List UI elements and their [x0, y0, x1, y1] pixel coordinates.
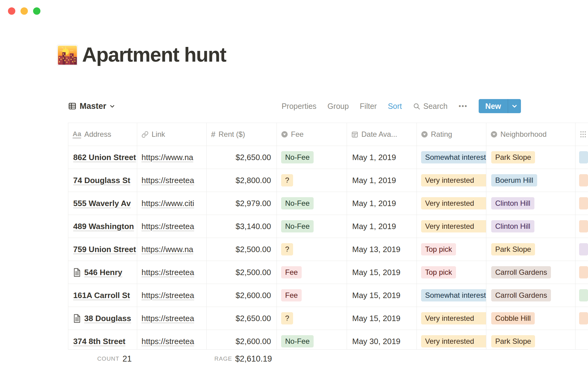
- link-cell[interactable]: https://streetea: [137, 215, 207, 238]
- partial-column-cell[interactable]: [575, 192, 588, 215]
- neighborhood-cell[interactable]: Park Slope: [486, 238, 575, 261]
- search-button[interactable]: Search: [413, 102, 447, 111]
- toolbar-item-group[interactable]: Group: [327, 102, 349, 111]
- close-window-button[interactable]: [8, 7, 15, 15]
- address-cell[interactable]: 374 8th Street: [68, 330, 137, 350]
- fee-cell[interactable]: No-Fee: [277, 146, 347, 169]
- count-calculation[interactable]: COUNT 21: [68, 350, 132, 368]
- more-options-button[interactable]: •••: [458, 102, 467, 110]
- address-cell[interactable]: 38 Douglass: [68, 307, 137, 330]
- neighborhood-cell[interactable]: Boerum Hill: [486, 169, 575, 192]
- column-header-address[interactable]: AaAddress: [68, 123, 137, 146]
- rating-cell[interactable]: Very interested: [417, 330, 486, 350]
- date-available-cell[interactable]: May 1, 2019: [347, 146, 417, 169]
- rent-cell[interactable]: $2,979.00: [207, 192, 277, 215]
- partial-column-cell[interactable]: [575, 261, 588, 284]
- view-switcher[interactable]: Master: [68, 102, 115, 111]
- new-record-button[interactable]: New: [479, 99, 521, 113]
- toolbar-item-filter[interactable]: Filter: [360, 102, 377, 111]
- link-cell[interactable]: https://www.na: [137, 146, 207, 169]
- fee-cell[interactable]: No-Fee: [277, 330, 347, 350]
- partial-column-cell[interactable]: [575, 330, 588, 350]
- link-cell[interactable]: https://streetea: [137, 307, 207, 330]
- rent-cell[interactable]: $2,600.00: [207, 330, 277, 350]
- neighborhood-cell[interactable]: Clinton Hill: [486, 215, 575, 238]
- rating-cell[interactable]: Very interested: [417, 169, 486, 192]
- rent-cell[interactable]: $2,500.00: [207, 238, 277, 261]
- date-available-cell[interactable]: May 1, 2019: [347, 169, 417, 192]
- neighborhood-cell[interactable]: Carroll Gardens: [486, 284, 575, 307]
- partial-column-cell[interactable]: [575, 284, 588, 307]
- column-header-fee[interactable]: Fee: [277, 123, 347, 146]
- column-header-date-ava[interactable]: Date Ava...: [347, 123, 417, 146]
- partial-column-cell[interactable]: [575, 238, 588, 261]
- date-available-cell[interactable]: May 15, 2019: [347, 284, 417, 307]
- column-header-rating[interactable]: Rating: [417, 123, 486, 146]
- rent-cell[interactable]: $2,600.00: [207, 284, 277, 307]
- neighborhood-cell[interactable]: Clinton Hill: [486, 192, 575, 215]
- zoom-window-button[interactable]: [33, 7, 40, 15]
- fee-cell[interactable]: ?: [277, 238, 347, 261]
- url-text: https://streetea: [141, 176, 194, 185]
- average-calculation[interactable]: RAGE $2,610.19: [207, 350, 272, 368]
- partial-column-cell[interactable]: [575, 146, 588, 169]
- rating-cell[interactable]: Very interested: [417, 307, 486, 330]
- fee-cell[interactable]: Fee: [277, 261, 347, 284]
- url-text: https://www.na: [141, 153, 193, 162]
- rating-cell[interactable]: Very interested: [417, 192, 486, 215]
- date-available-cell[interactable]: May 15, 2019: [347, 307, 417, 330]
- rating-cell[interactable]: Top pick: [417, 261, 486, 284]
- rent-cell[interactable]: $2,500.00: [207, 261, 277, 284]
- page-title[interactable]: Apartment hunt: [82, 43, 226, 66]
- address-cell[interactable]: 489 Washington: [68, 215, 137, 238]
- address-cell[interactable]: 862 Union Street: [68, 146, 137, 169]
- link-cell[interactable]: https://streetea: [137, 169, 207, 192]
- neighborhood-cell[interactable]: Cobble Hill: [486, 307, 575, 330]
- address-text: 489 Washington: [73, 222, 134, 231]
- date-available-cell[interactable]: May 30, 2019: [347, 330, 417, 350]
- date-available-cell[interactable]: May 1, 2019: [347, 192, 417, 215]
- rent-cell[interactable]: $2,800.00: [207, 169, 277, 192]
- fee-cell[interactable]: No-Fee: [277, 215, 347, 238]
- minimize-window-button[interactable]: [21, 7, 28, 15]
- page-emoji-icon[interactable]: [57, 45, 78, 66]
- address-cell[interactable]: 161A Carroll St: [68, 284, 137, 307]
- address-cell[interactable]: 759 Union Street: [68, 238, 137, 261]
- rating-cell[interactable]: Somewhat interested: [417, 284, 486, 307]
- link-cell[interactable]: https://www.na: [137, 238, 207, 261]
- toolbar-item-properties[interactable]: Properties: [281, 102, 316, 111]
- new-button-dropdown[interactable]: [508, 99, 521, 113]
- partial-column-cell[interactable]: [575, 215, 588, 238]
- column-header-neighborhood[interactable]: Neighborhood: [486, 123, 575, 146]
- rent-cell[interactable]: $2,650.00: [207, 307, 277, 330]
- rent-cell[interactable]: $3,140.00: [207, 215, 277, 238]
- neighborhood-cell[interactable]: Carroll Gardens: [486, 261, 575, 284]
- link-cell[interactable]: https://streetea: [137, 330, 207, 350]
- fee-cell[interactable]: No-Fee: [277, 192, 347, 215]
- date-available-cell[interactable]: May 1, 2019: [347, 215, 417, 238]
- fee-cell[interactable]: ?: [277, 307, 347, 330]
- address-text: 74 Douglass St: [73, 176, 130, 185]
- link-cell[interactable]: https://www.citi: [137, 192, 207, 215]
- rating-cell[interactable]: Top pick: [417, 238, 486, 261]
- partial-column-cell[interactable]: [575, 169, 588, 192]
- column-header-partial[interactable]: [575, 123, 588, 146]
- rating-cell[interactable]: Very interested: [417, 215, 486, 238]
- link-cell[interactable]: https://streetea: [137, 261, 207, 284]
- fee-cell[interactable]: ?: [277, 169, 347, 192]
- neighborhood-cell[interactable]: Park Slope: [486, 330, 575, 350]
- link-cell[interactable]: https://streetea: [137, 284, 207, 307]
- partial-column-cell[interactable]: [575, 307, 588, 330]
- column-header-rent[interactable]: #Rent ($): [207, 123, 277, 146]
- neighborhood-cell[interactable]: Park Slope: [486, 146, 575, 169]
- fee-cell[interactable]: Fee: [277, 284, 347, 307]
- address-cell[interactable]: 546 Henry: [68, 261, 137, 284]
- date-available-cell[interactable]: May 15, 2019: [347, 261, 417, 284]
- rating-cell[interactable]: Somewhat interested: [417, 146, 486, 169]
- toolbar-item-sort[interactable]: Sort: [388, 102, 402, 111]
- address-cell[interactable]: 555 Waverly Av: [68, 192, 137, 215]
- rent-cell[interactable]: $2,650.00: [207, 146, 277, 169]
- date-available-cell[interactable]: May 13, 2019: [347, 238, 417, 261]
- address-cell[interactable]: 74 Douglass St: [68, 169, 137, 192]
- column-header-link[interactable]: Link: [137, 123, 207, 146]
